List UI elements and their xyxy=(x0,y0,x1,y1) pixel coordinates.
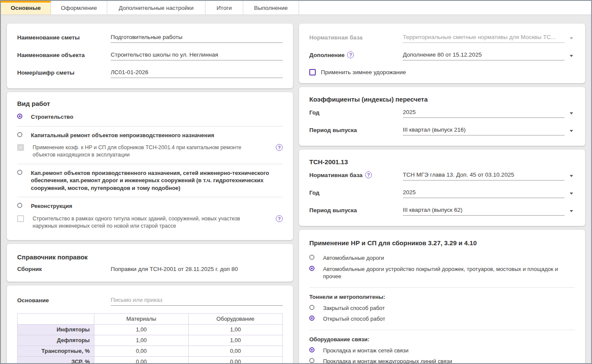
checkbox-winter-markup[interactable] xyxy=(309,69,316,75)
supplement-select[interactable]: Дополнение 80 от 15.12.2025 xyxy=(403,51,565,60)
coefficients-table: Материалы Оборудование Инфляторы 1,00 1,… xyxy=(17,313,283,364)
tsn13-year-select[interactable]: 2025 xyxy=(403,189,565,198)
row-deflators-label: Дефляторы xyxy=(18,335,94,346)
radio-construction[interactable] xyxy=(17,114,22,119)
deflators-equipment-cell[interactable]: 1,00 xyxy=(188,335,282,346)
row-transport-label: Транспортные, % xyxy=(18,346,94,356)
divider xyxy=(309,287,575,288)
tab-execution[interactable]: Выполнение xyxy=(243,1,299,15)
tab-decoration[interactable]: Оформление xyxy=(51,1,107,15)
help-icon[interactable] xyxy=(276,144,283,151)
table-row: ЗСР, % 0,00 0,00 xyxy=(18,356,283,364)
divider xyxy=(309,330,575,330)
estimate-number-label: Номер/шифр сметы xyxy=(17,69,111,78)
table-corner-cell xyxy=(18,313,94,324)
option-roads-coverings-label[interactable]: Автомобильные дороги устройство покрытий… xyxy=(323,265,575,280)
row-inflators-label: Инфляторы xyxy=(18,324,94,335)
table-row: Инфляторы 1,00 1,00 xyxy=(18,324,283,335)
recalc-year-select[interactable]: 2025 xyxy=(403,109,565,117)
chevron-down-icon xyxy=(570,112,573,114)
collection-value[interactable]: Поправки для ТСН-2001 от 28.11.2025 г. д… xyxy=(111,266,238,272)
card-tsn-13: ТСН-2001.13 Нормативная база ТСН МГЭ гла… xyxy=(299,150,585,226)
divider xyxy=(17,164,283,164)
tab-main[interactable]: Основные xyxy=(1,1,51,15)
tsn13-year-label: Год xyxy=(309,190,403,198)
right-column: Нормативная база Территориальные сметные… xyxy=(299,24,585,364)
divider xyxy=(17,197,283,197)
option-capital-prod[interactable]: Кап.ремонт объектов производственного на… xyxy=(17,169,283,192)
radio-reconstruction[interactable] xyxy=(17,203,22,208)
option-roads-coverings[interactable]: Автомобильные дороги устройство покрытий… xyxy=(309,265,575,280)
note-capital-coef-text: Применение коэф. к НР и СП для сборников… xyxy=(33,144,264,159)
help-icon[interactable] xyxy=(347,51,354,58)
recalc-period-select[interactable]: III квартал (выпуск 216) xyxy=(403,126,565,135)
option-tunnels-open[interactable]: Открытый способ работ xyxy=(309,315,575,323)
chevron-down-icon xyxy=(570,210,573,212)
recalc-year-label: Год xyxy=(309,109,403,118)
row-zsr-label: ЗСР, % xyxy=(18,356,94,364)
object-name-input[interactable] xyxy=(111,51,283,60)
radio-tunnels-open[interactable] xyxy=(309,316,314,321)
col-materials: Материалы xyxy=(94,313,188,324)
radio-tunnels-closed[interactable] xyxy=(309,305,314,310)
option-reconstruction-label[interactable]: Реконструкция xyxy=(31,202,72,210)
option-comm-networks-label[interactable]: Прокладка и монтаж сетей связи xyxy=(323,347,408,355)
deflators-materials-cell[interactable]: 1,00 xyxy=(94,335,188,346)
option-capital-nonprod[interactable]: Капитальный ремонт объектов непроизводст… xyxy=(17,132,283,139)
winter-checkbox-label[interactable]: Применить зимнее удорожание xyxy=(321,69,406,75)
card-normative-base: Нормативная база Территориальные сметные… xyxy=(299,24,585,83)
estimate-number-input[interactable] xyxy=(111,69,283,78)
option-roads-plain-label[interactable]: Автомобильные дороги xyxy=(323,254,384,262)
note-reconstruction-text: Строительство в рамках одного титула нов… xyxy=(33,215,264,230)
supplement-label: Дополнение xyxy=(309,51,403,60)
option-roads-plain[interactable]: Автомобильные дороги xyxy=(309,254,575,262)
checkbox-capital-coef xyxy=(17,144,24,151)
option-tunnels-closed[interactable]: Закрытый способ работ xyxy=(309,304,575,312)
option-reconstruction[interactable]: Реконструкция xyxy=(17,202,283,210)
option-construction-label[interactable]: Строительство xyxy=(31,113,73,121)
checkbox-reconstruction-new-title xyxy=(17,215,24,222)
chevron-down-icon xyxy=(570,175,573,177)
card-work-type: Вид работ Строительство Капитальный ремо… xyxy=(7,92,293,240)
estimate-name-label: Наименование сметы xyxy=(17,34,111,43)
option-tunnels-open-label[interactable]: Открытый способ работ xyxy=(323,315,385,323)
winter-checkbox-row[interactable]: Применить зимнее удорожание xyxy=(309,69,575,75)
option-capital-prod-label[interactable]: Кап.ремонт объектов производственного на… xyxy=(31,169,278,192)
tsn13-base-label-text: Нормативная база xyxy=(309,172,362,178)
inflators-equipment-cell[interactable]: 1,00 xyxy=(188,324,282,335)
chevron-down-icon xyxy=(570,193,573,195)
inflators-materials-cell[interactable]: 1,00 xyxy=(94,324,188,335)
transport-materials-cell[interactable]: 0,00 xyxy=(94,346,188,356)
normative-base-select: Территориальные сметные нормативы для Мо… xyxy=(403,34,565,42)
option-comm-longdist[interactable]: Прокладка и монтаж междугородных линий с… xyxy=(309,358,575,364)
zsr-materials-cell[interactable]: 0,00 xyxy=(94,356,188,364)
radio-capital-nonprod[interactable] xyxy=(17,132,22,137)
page-content: Наименование сметы Наименование объекта … xyxy=(1,15,591,364)
help-icon[interactable] xyxy=(276,215,283,222)
transport-equipment-cell[interactable]: 0,00 xyxy=(188,346,282,356)
col-equipment: Оборудование xyxy=(188,313,282,324)
tab-additional-settings[interactable]: Дополнительные настройки xyxy=(107,1,205,15)
tab-totals[interactable]: Итоги xyxy=(205,1,243,15)
option-comm-networks[interactable]: Прокладка и монтаж сетей связи xyxy=(309,347,575,355)
radio-comm-networks[interactable] xyxy=(309,347,314,352)
card-general-info: Наименование сметы Наименование объекта … xyxy=(7,24,293,88)
tsn13-period-select[interactable]: III квартал (выпуск 62) xyxy=(403,207,565,215)
tab-bar: Основные Оформление Дополнительные настр… xyxy=(1,1,591,15)
estimate-name-input[interactable] xyxy=(111,34,283,42)
option-tunnels-closed-label[interactable]: Закрытый способ работ xyxy=(323,304,385,312)
basis-input[interactable] xyxy=(111,297,283,305)
zsr-equipment-cell[interactable]: 0,00 xyxy=(188,356,282,364)
tsn13-base-select[interactable]: ТСН МГЭ глава 13. Доп. 45 от 03.10.2025 xyxy=(403,171,565,180)
radio-roads-coverings[interactable] xyxy=(309,266,314,271)
radio-capital-prod[interactable] xyxy=(17,170,22,175)
radio-roads-plain[interactable] xyxy=(309,255,314,260)
table-row: Дефляторы 1,00 1,00 xyxy=(18,335,283,346)
radio-comm-longdist[interactable] xyxy=(309,358,314,363)
help-icon[interactable] xyxy=(365,171,372,178)
recalc-period-label: Период выпуска xyxy=(309,127,403,135)
option-capital-nonprod-label[interactable]: Капитальный ремонт объектов непроизводст… xyxy=(31,132,214,139)
option-comm-longdist-label[interactable]: Прокладка и монтаж междугородных линий с… xyxy=(323,358,452,364)
option-construction[interactable]: Строительство xyxy=(17,113,283,121)
table-row: Транспортные, % 0,00 0,00 xyxy=(18,346,283,356)
